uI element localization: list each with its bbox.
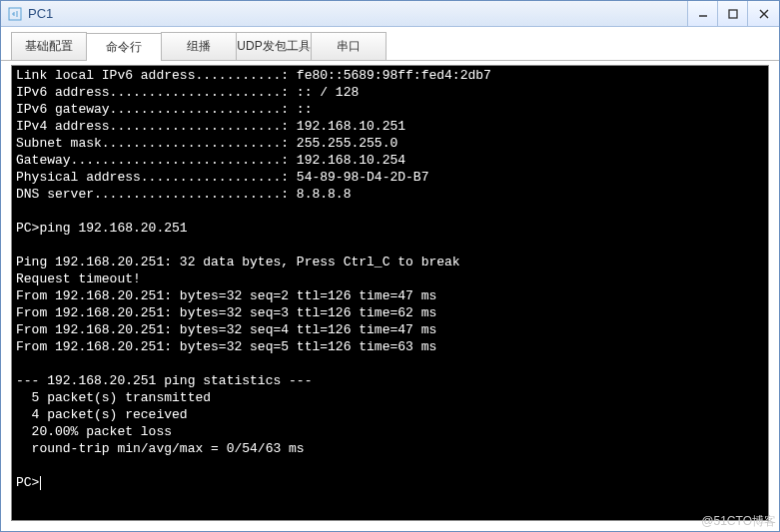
minimize-icon bbox=[698, 9, 708, 19]
terminal[interactable]: Link local IPv6 address...........: fe80… bbox=[11, 65, 769, 521]
tab-cli[interactable]: 命令行 bbox=[86, 33, 162, 61]
terminal-container: Link local IPv6 address...........: fe80… bbox=[1, 61, 779, 531]
window-title: PC1 bbox=[28, 6, 687, 21]
tab-label: 组播 bbox=[187, 39, 211, 53]
svg-rect-2 bbox=[729, 10, 737, 18]
tab-label: 基础配置 bbox=[25, 39, 73, 53]
tab-label: 串口 bbox=[337, 39, 361, 53]
tab-udp-tool[interactable]: UDP发包工具 bbox=[236, 32, 312, 60]
titlebar: PC1 bbox=[1, 1, 779, 27]
close-icon bbox=[759, 9, 769, 19]
tab-bar: 基础配置 命令行 组播 UDP发包工具 串口 bbox=[1, 27, 779, 61]
app-window: PC1 基础配置 命令行 组播 UDP发包工具 串口 Link local IP… bbox=[0, 0, 780, 532]
minimize-button[interactable] bbox=[687, 1, 717, 26]
maximize-icon bbox=[728, 9, 738, 19]
svg-rect-0 bbox=[9, 8, 21, 20]
maximize-button[interactable] bbox=[717, 1, 747, 26]
app-icon bbox=[7, 6, 23, 22]
tab-basic-config[interactable]: 基础配置 bbox=[11, 32, 87, 60]
tab-multicast[interactable]: 组播 bbox=[161, 32, 237, 60]
tab-serial[interactable]: 串口 bbox=[311, 32, 387, 60]
window-controls bbox=[687, 1, 779, 26]
tab-label: 命令行 bbox=[106, 40, 142, 54]
close-button[interactable] bbox=[747, 1, 779, 26]
tab-label: UDP发包工具 bbox=[237, 39, 310, 53]
